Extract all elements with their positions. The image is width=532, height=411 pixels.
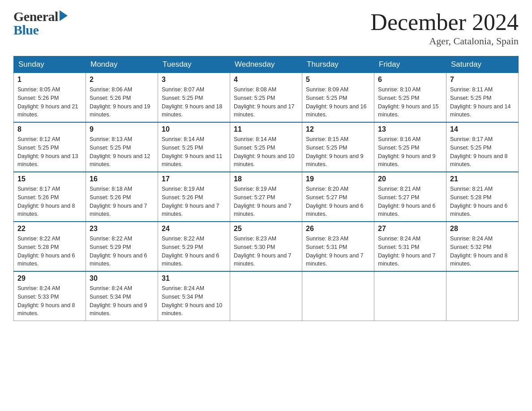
day-info: Sunrise: 8:15 AMSunset: 5:25 PMDaylight:… xyxy=(306,135,370,169)
day-info: Sunrise: 8:21 AMSunset: 5:28 PMDaylight:… xyxy=(450,185,515,218)
day-info: Sunrise: 8:08 AMSunset: 5:25 PMDaylight:… xyxy=(234,86,298,119)
day-info: Sunrise: 8:24 AMSunset: 5:34 PMDaylight:… xyxy=(90,284,154,318)
day-info: Sunrise: 8:23 AMSunset: 5:31 PMDaylight:… xyxy=(306,235,370,268)
day-number: 30 xyxy=(90,274,154,283)
day-info: Sunrise: 8:19 AMSunset: 5:26 PMDaylight:… xyxy=(162,185,226,218)
day-number: 11 xyxy=(234,125,298,133)
day-number: 24 xyxy=(162,225,226,233)
table-row xyxy=(374,271,446,321)
table-row: 21Sunrise: 8:21 AMSunset: 5:28 PMDayligh… xyxy=(446,172,519,222)
page-header: General Blue December 2024 Ager, Catalon… xyxy=(13,9,519,47)
day-info: Sunrise: 8:21 AMSunset: 5:27 PMDaylight:… xyxy=(378,185,442,218)
day-info: Sunrise: 8:06 AMSunset: 5:26 PMDaylight:… xyxy=(90,86,154,119)
day-number: 14 xyxy=(450,125,515,133)
table-row: 13Sunrise: 8:16 AMSunset: 5:25 PMDayligh… xyxy=(374,122,446,172)
day-number: 10 xyxy=(162,125,226,133)
table-row: 5Sunrise: 8:09 AMSunset: 5:25 PMDaylight… xyxy=(302,73,374,123)
day-number: 29 xyxy=(17,274,82,283)
table-row: 29Sunrise: 8:24 AMSunset: 5:33 PMDayligh… xyxy=(14,271,86,321)
logo: General Blue xyxy=(13,9,68,38)
calendar-week-row: 15Sunrise: 8:17 AMSunset: 5:26 PMDayligh… xyxy=(14,172,519,222)
day-number: 21 xyxy=(450,175,515,183)
day-info: Sunrise: 8:24 AMSunset: 5:33 PMDaylight:… xyxy=(17,284,82,318)
day-number: 25 xyxy=(234,225,298,233)
day-number: 9 xyxy=(90,125,154,133)
table-row: 16Sunrise: 8:18 AMSunset: 5:26 PMDayligh… xyxy=(86,172,158,222)
table-row: 30Sunrise: 8:24 AMSunset: 5:34 PMDayligh… xyxy=(86,271,158,321)
day-info: Sunrise: 8:22 AMSunset: 5:29 PMDaylight:… xyxy=(162,235,226,268)
table-row: 6Sunrise: 8:10 AMSunset: 5:25 PMDaylight… xyxy=(374,73,446,123)
day-number: 8 xyxy=(17,125,82,133)
day-info: Sunrise: 8:16 AMSunset: 5:25 PMDaylight:… xyxy=(378,135,442,169)
day-info: Sunrise: 8:23 AMSunset: 5:30 PMDaylight:… xyxy=(234,235,298,268)
col-tuesday: Tuesday xyxy=(158,56,230,73)
day-info: Sunrise: 8:19 AMSunset: 5:27 PMDaylight:… xyxy=(234,185,298,218)
calendar-week-row: 29Sunrise: 8:24 AMSunset: 5:33 PMDayligh… xyxy=(14,271,519,321)
logo-arrow-icon xyxy=(60,10,68,21)
table-row: 1Sunrise: 8:05 AMSunset: 5:26 PMDaylight… xyxy=(14,73,86,123)
calendar-week-row: 22Sunrise: 8:22 AMSunset: 5:28 PMDayligh… xyxy=(14,222,519,271)
table-row: 18Sunrise: 8:19 AMSunset: 5:27 PMDayligh… xyxy=(230,172,302,222)
day-number: 4 xyxy=(234,76,298,84)
location-subtitle: Ager, Catalonia, Spain xyxy=(370,35,519,47)
table-row: 4Sunrise: 8:08 AMSunset: 5:25 PMDaylight… xyxy=(230,73,302,123)
table-row: 8Sunrise: 8:12 AMSunset: 5:25 PMDaylight… xyxy=(14,122,86,172)
table-row: 24Sunrise: 8:22 AMSunset: 5:29 PMDayligh… xyxy=(158,222,230,271)
table-row xyxy=(302,271,374,321)
table-row: 12Sunrise: 8:15 AMSunset: 5:25 PMDayligh… xyxy=(302,122,374,172)
day-number: 27 xyxy=(378,225,442,233)
col-saturday: Saturday xyxy=(446,56,519,73)
day-number: 22 xyxy=(17,225,82,233)
day-number: 3 xyxy=(162,76,226,84)
calendar-week-row: 8Sunrise: 8:12 AMSunset: 5:25 PMDaylight… xyxy=(14,122,519,172)
col-friday: Friday xyxy=(374,56,446,73)
day-number: 7 xyxy=(450,76,515,84)
day-info: Sunrise: 8:24 AMSunset: 5:31 PMDaylight:… xyxy=(378,235,442,268)
day-info: Sunrise: 8:14 AMSunset: 5:25 PMDaylight:… xyxy=(162,135,226,169)
table-row: 10Sunrise: 8:14 AMSunset: 5:25 PMDayligh… xyxy=(158,122,230,172)
day-number: 1 xyxy=(17,76,82,84)
col-sunday: Sunday xyxy=(14,56,86,73)
day-number: 23 xyxy=(90,225,154,233)
table-row: 22Sunrise: 8:22 AMSunset: 5:28 PMDayligh… xyxy=(14,222,86,271)
table-row: 31Sunrise: 8:24 AMSunset: 5:34 PMDayligh… xyxy=(158,271,230,321)
day-info: Sunrise: 8:24 AMSunset: 5:32 PMDaylight:… xyxy=(450,235,515,268)
day-number: 12 xyxy=(306,125,370,133)
col-monday: Monday xyxy=(86,56,158,73)
table-row: 3Sunrise: 8:07 AMSunset: 5:25 PMDaylight… xyxy=(158,73,230,123)
day-info: Sunrise: 8:13 AMSunset: 5:25 PMDaylight:… xyxy=(90,135,154,169)
table-row: 17Sunrise: 8:19 AMSunset: 5:26 PMDayligh… xyxy=(158,172,230,222)
calendar-header-row: Sunday Monday Tuesday Wednesday Thursday… xyxy=(14,56,519,73)
logo-blue: Blue xyxy=(13,22,39,38)
table-row: 2Sunrise: 8:06 AMSunset: 5:26 PMDaylight… xyxy=(86,73,158,123)
day-number: 19 xyxy=(306,175,370,183)
day-info: Sunrise: 8:22 AMSunset: 5:28 PMDaylight:… xyxy=(17,235,82,268)
day-info: Sunrise: 8:22 AMSunset: 5:29 PMDaylight:… xyxy=(90,235,154,268)
day-info: Sunrise: 8:17 AMSunset: 5:25 PMDaylight:… xyxy=(450,135,515,169)
day-number: 18 xyxy=(234,175,298,183)
day-number: 20 xyxy=(378,175,442,183)
table-row: 11Sunrise: 8:14 AMSunset: 5:25 PMDayligh… xyxy=(230,122,302,172)
day-info: Sunrise: 8:11 AMSunset: 5:25 PMDaylight:… xyxy=(450,86,515,119)
day-info: Sunrise: 8:14 AMSunset: 5:25 PMDaylight:… xyxy=(234,135,298,169)
table-row: 9Sunrise: 8:13 AMSunset: 5:25 PMDaylight… xyxy=(86,122,158,172)
day-number: 5 xyxy=(306,76,370,84)
table-row xyxy=(446,271,519,321)
table-row: 25Sunrise: 8:23 AMSunset: 5:30 PMDayligh… xyxy=(230,222,302,271)
day-info: Sunrise: 8:18 AMSunset: 5:26 PMDaylight:… xyxy=(90,185,154,218)
table-row: 14Sunrise: 8:17 AMSunset: 5:25 PMDayligh… xyxy=(446,122,519,172)
day-info: Sunrise: 8:07 AMSunset: 5:25 PMDaylight:… xyxy=(162,86,226,119)
title-section: December 2024 Ager, Catalonia, Spain xyxy=(370,9,519,47)
table-row: 28Sunrise: 8:24 AMSunset: 5:32 PMDayligh… xyxy=(446,222,519,271)
col-thursday: Thursday xyxy=(302,56,374,73)
day-info: Sunrise: 8:20 AMSunset: 5:27 PMDaylight:… xyxy=(306,185,370,218)
calendar-week-row: 1Sunrise: 8:05 AMSunset: 5:26 PMDaylight… xyxy=(14,73,519,123)
day-number: 26 xyxy=(306,225,370,233)
table-row: 23Sunrise: 8:22 AMSunset: 5:29 PMDayligh… xyxy=(86,222,158,271)
day-number: 13 xyxy=(378,125,442,133)
logo-general: General xyxy=(13,9,58,24)
table-row: 26Sunrise: 8:23 AMSunset: 5:31 PMDayligh… xyxy=(302,222,374,271)
day-info: Sunrise: 8:09 AMSunset: 5:25 PMDaylight:… xyxy=(306,86,370,119)
day-number: 6 xyxy=(378,76,442,84)
day-number: 15 xyxy=(17,175,82,183)
